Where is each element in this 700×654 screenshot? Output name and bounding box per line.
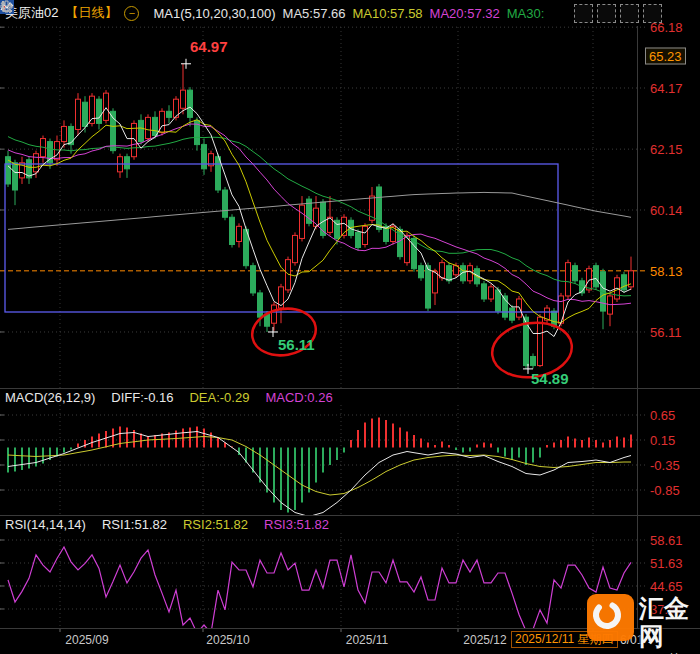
macd-label-row: MACD(26,12,9) DIFF:-0.16 DEA:-0.29 MACD:… xyxy=(5,390,333,405)
pan-right-icon[interactable] xyxy=(643,4,662,23)
macd-axis-label: 0.15 xyxy=(650,433,675,448)
time-axis-label: 2025/11 xyxy=(346,633,389,647)
rsi2-value: RSI2:51.82 xyxy=(183,517,248,532)
macd-axis-label: -0.85 xyxy=(650,483,680,498)
last-price-axis-label: 58.13 xyxy=(650,263,683,278)
ma30-value: MA30: xyxy=(507,6,545,21)
ma-settings-label[interactable]: MA1(5,10,20,30,100) xyxy=(153,6,275,21)
price-axis-label: 56.11 xyxy=(650,324,682,339)
rsi-axis-label: 44.65 xyxy=(650,578,683,593)
price-axis-label: 60.14 xyxy=(650,202,683,217)
move-icon[interactable] xyxy=(574,4,593,23)
ma20-value: MA20:57.32 xyxy=(430,6,500,21)
time-axis-label: 2025/10 xyxy=(206,633,249,647)
macd-dea-value: DEA:-0.29 xyxy=(189,390,249,405)
ma10-value: MA10:57.58 xyxy=(352,6,422,21)
time-axis-label: 2025/09 xyxy=(65,633,108,647)
price-axis-label: 62.15 xyxy=(650,142,683,157)
macd-macd-value: MACD:0.26 xyxy=(265,390,332,405)
rsi-axis-label: 58.61 xyxy=(650,533,683,548)
rsi-title[interactable]: RSI(14,14,14) xyxy=(5,517,86,532)
macd-axis-label: 0.65 xyxy=(650,408,675,423)
trading-chart-app: 美原油02 【日线】 − MA1(5,10,20,30,100) MA5:57.… xyxy=(0,0,700,654)
time-axis-label: 2025/12 xyxy=(463,633,506,647)
ma5-value: MA5:57.66 xyxy=(283,6,346,21)
price-axis-boxed-label: 65.23 xyxy=(645,47,686,64)
site-logo-icon xyxy=(587,594,634,641)
watermark: 汇金网 www.gold678.com xyxy=(587,594,700,654)
high-price-annotation: 64.97 xyxy=(190,38,228,55)
macd-diff-value: DIFF:-0.16 xyxy=(111,390,173,405)
rsi-axis-label: 51.63 xyxy=(650,556,683,571)
header-bar: 美原油02 【日线】 − MA1(5,10,20,30,100) MA5:57.… xyxy=(0,0,700,26)
chart-toolbar xyxy=(574,4,700,23)
fit-horizontal-icon[interactable] xyxy=(620,4,639,23)
chart-canvas[interactable] xyxy=(0,0,700,654)
rsi-label-row: RSI(14,14,14) RSI1:51.82 RSI2:51.82 RSI3… xyxy=(5,517,329,532)
macd-axis-label: -0.35 xyxy=(650,458,680,473)
macd-title[interactable]: MACD(26,12,9) xyxy=(5,390,95,405)
collapse-circle-icon[interactable]: − xyxy=(124,6,139,21)
low2-price-annotation: 54.89 xyxy=(531,370,569,387)
price-axis-label: 64.17 xyxy=(650,81,683,96)
period-label[interactable]: 【日线】 xyxy=(65,4,117,22)
rsi3-value: RSI3:51.82 xyxy=(264,517,329,532)
fit-vertical-icon[interactable] xyxy=(597,4,616,23)
watermark-site-name: 汇金网 xyxy=(639,594,700,650)
low1-price-annotation: 56.11 xyxy=(278,336,315,353)
rsi1-value: RSI1:51.82 xyxy=(102,517,167,532)
